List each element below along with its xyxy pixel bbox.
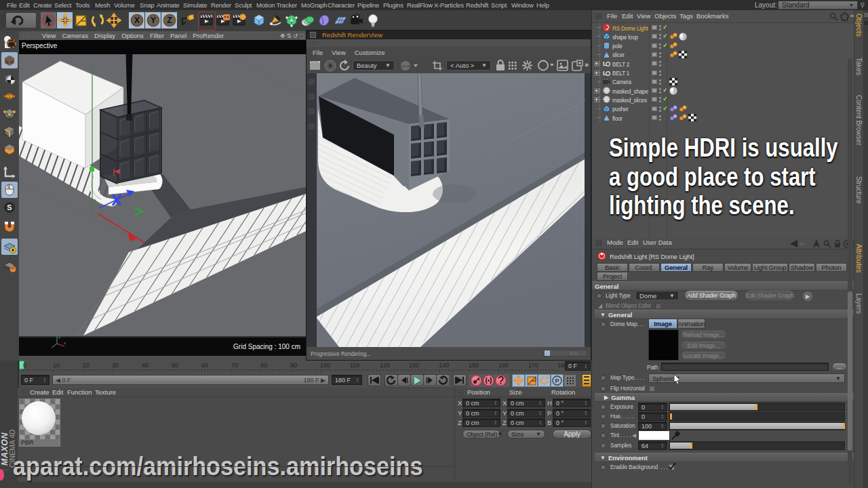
svg-text:Z: Z bbox=[167, 16, 172, 25]
svg-text:X: X bbox=[134, 16, 139, 25]
svg-text:S: S bbox=[7, 203, 12, 211]
svg-text:PBR: PBR bbox=[21, 439, 34, 446]
svg-text:P: P bbox=[555, 378, 559, 384]
svg-text:Perspective: Perspective bbox=[22, 42, 58, 49]
svg-text:z: z bbox=[58, 336, 60, 340]
svg-text:Grid Spacing : 100 cm: Grid Spacing : 100 cm bbox=[233, 343, 300, 350]
svg-text:RGB: RGB bbox=[401, 64, 410, 68]
svg-text:Y: Y bbox=[150, 16, 155, 25]
svg-text:x: x bbox=[64, 341, 66, 345]
